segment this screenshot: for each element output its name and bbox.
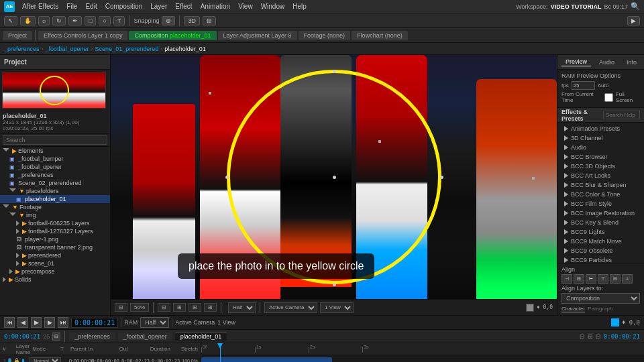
layer-vis-1[interactable] bbox=[8, 358, 11, 363]
tab-flowchart[interactable]: Flowchart (none) bbox=[352, 31, 408, 40]
character-tab[interactable]: Character bbox=[561, 306, 585, 312]
project-search-input[interactable] bbox=[3, 135, 107, 145]
effect-bcc-image-restoration[interactable]: BCC Image Restoration bbox=[557, 208, 644, 218]
quality-select[interactable]: Half bbox=[228, 302, 256, 313]
fit-btn[interactable]: ⊟ bbox=[115, 303, 127, 312]
view-select[interactable]: 1 View bbox=[320, 302, 354, 313]
align-top-btn[interactable]: ⊤ bbox=[598, 274, 608, 284]
layer-mode-select-1[interactable]: Normal bbox=[30, 357, 61, 362]
tab-info[interactable]: Info bbox=[623, 58, 641, 66]
menu-window[interactable]: Window bbox=[258, 3, 288, 10]
handle-r[interactable] bbox=[532, 177, 535, 180]
current-time-display[interactable]: 0:00:00:21 bbox=[71, 318, 118, 328]
pen-tool[interactable]: ✒ bbox=[68, 16, 82, 25]
rotate-tool[interactable]: ↻ bbox=[52, 16, 66, 25]
timeline-time-display[interactable]: 0:00:00:21 bbox=[4, 333, 40, 340]
color-indicator-cyan[interactable] bbox=[611, 318, 619, 326]
tab-effects-controls[interactable]: Effects Controls Layer 1 copy bbox=[38, 31, 127, 40]
fps-input[interactable] bbox=[572, 81, 595, 90]
tree-item-footage[interactable]: ▼ Footage bbox=[0, 203, 110, 211]
full-screen-checkbox[interactable] bbox=[604, 93, 613, 102]
tree-item-football1276327[interactable]: ▶ football-1276327 Layers bbox=[0, 227, 110, 235]
hand-tool[interactable]: ✋ bbox=[20, 16, 36, 25]
menu-aftereffects[interactable]: After Effects bbox=[19, 3, 62, 10]
3d-toggle[interactable]: 3D bbox=[184, 16, 200, 25]
menu-view[interactable]: View bbox=[235, 3, 256, 10]
tl-icon-1[interactable]: ⊟ bbox=[580, 333, 585, 340]
render-btn[interactable]: ▶ bbox=[627, 16, 640, 25]
tree-item-placeholder01[interactable]: ▣ placeholder_01 bbox=[0, 195, 110, 203]
menu-composition[interactable]: Composition bbox=[102, 3, 146, 10]
menu-file[interactable]: File bbox=[63, 3, 80, 10]
prev-frame-btn[interactable]: ◀ bbox=[17, 317, 28, 328]
tab-audio[interactable]: Audio bbox=[595, 58, 619, 66]
magnification-display[interactable]: 50% bbox=[130, 303, 149, 312]
mask-tool[interactable]: □ bbox=[85, 16, 96, 25]
tree-item-scene01[interactable]: ▶ scene_01 bbox=[0, 259, 110, 267]
tree-item-transparent-banner[interactable]: 🖼 transparent banner 2.png bbox=[0, 243, 110, 251]
next-frame-btn[interactable]: ▶ bbox=[44, 317, 55, 328]
handle-tl[interactable] bbox=[209, 92, 211, 95]
layer-row-1[interactable]: 1 🔒 Shape Layer 1 Normal 0:00:00:00 0:00… bbox=[0, 355, 201, 362]
playhead[interactable] bbox=[220, 343, 221, 362]
align-left-btn[interactable]: ⊣ bbox=[561, 274, 572, 284]
shape-tool[interactable]: ○ bbox=[99, 16, 110, 25]
grid-btn[interactable]: ⊞ bbox=[189, 303, 201, 312]
color-picker-btn[interactable] bbox=[526, 304, 534, 312]
bread-item-3[interactable]: Scene_01_prerendered bbox=[95, 46, 159, 52]
bread-item-1[interactable]: _preferences bbox=[4, 46, 40, 52]
effect-audio[interactable]: Audio bbox=[557, 143, 644, 152]
effect-bcc9-lights[interactable]: BCC9 Lights bbox=[557, 227, 644, 237]
tree-item-img[interactable]: ▼ img bbox=[0, 211, 110, 219]
align-center-h-btn[interactable]: ⊟ bbox=[574, 274, 584, 284]
effect-bcc-color[interactable]: BCC Color & Tone bbox=[557, 190, 644, 199]
align-bottom-btn[interactable]: ⊥ bbox=[622, 274, 633, 284]
effect-animation-presets[interactable]: Animation Presets bbox=[557, 124, 644, 133]
goto-start-btn[interactable]: ⏮ bbox=[4, 317, 15, 328]
align-right-btn[interactable]: ⊢ bbox=[586, 274, 596, 284]
tree-item-precompose[interactable]: ▶ precompose bbox=[0, 267, 110, 276]
effect-bcc9-match-move[interactable]: BCC9 Match Move bbox=[557, 237, 644, 246]
effect-bcc-art-looks[interactable]: BCC Art Looks bbox=[557, 171, 644, 180]
tab-preview[interactable]: Preview bbox=[561, 58, 591, 66]
effect-bcc-browser[interactable]: BCC Browser bbox=[557, 152, 644, 162]
selection-tool[interactable]: ↖ bbox=[4, 16, 17, 25]
goto-end-btn[interactable]: ⏭ bbox=[58, 317, 68, 328]
guides-btn[interactable]: ⊞ bbox=[204, 303, 217, 312]
preview-quality-select[interactable]: Half bbox=[140, 317, 169, 328]
tl-tab-prefs[interactable]: _preferences bbox=[69, 333, 115, 341]
tl-icon-2[interactable]: ⊞ bbox=[588, 333, 593, 340]
effect-bcc9-particles[interactable]: BCC9 Particles bbox=[557, 255, 644, 263]
camera-select[interactable]: Active Camera bbox=[264, 302, 317, 313]
menu-help[interactable]: Help bbox=[289, 3, 310, 10]
tl-tab-placeholder01[interactable]: placeholder_01 bbox=[175, 332, 227, 341]
search-icon[interactable]: 🔍 bbox=[631, 2, 640, 11]
tl-current-time-label[interactable]: 0:00:00:21 bbox=[604, 333, 640, 340]
align-center-v-btn[interactable]: ⊟ bbox=[610, 274, 621, 284]
align-to-select[interactable]: Composition bbox=[561, 293, 640, 304]
tree-item-footbal-opener[interactable]: ▣ _footbal_opener bbox=[0, 163, 110, 171]
handle-br[interactable] bbox=[378, 140, 381, 143]
tree-item-solids[interactable]: ▶ Solids bbox=[0, 276, 110, 284]
zoom-tool[interactable]: ⌕ bbox=[38, 16, 50, 25]
layer-lock-1[interactable]: 🔒 bbox=[13, 358, 20, 362]
timeline-tools[interactable]: ⊟ bbox=[52, 333, 60, 341]
tab-layer-adj[interactable]: Layer Adjustment Layer 8 bbox=[218, 31, 297, 40]
tree-item-prerendered[interactable]: ▶ prerendered bbox=[0, 251, 110, 259]
tl-icon-3[interactable]: ⊟ bbox=[596, 333, 601, 340]
timeline-tracks[interactable]: 0f 1s 2s 3s bbox=[201, 343, 644, 362]
menu-animation[interactable]: Animation bbox=[197, 3, 233, 10]
tab-footage[interactable]: Footage (none) bbox=[299, 31, 351, 40]
effect-3d-channel[interactable]: 3D Channel bbox=[557, 133, 644, 143]
menu-edit[interactable]: Edit bbox=[82, 3, 100, 10]
tab-project[interactable]: Project bbox=[3, 31, 32, 40]
bread-item-2[interactable]: _footbal_opener bbox=[46, 46, 89, 52]
menu-effect[interactable]: Effect bbox=[172, 3, 195, 10]
effect-bcc-3d-objects[interactable]: BCC 3D Objects bbox=[557, 162, 644, 171]
tree-item-scene02[interactable]: ▣ Scene_02_prerendered bbox=[0, 179, 110, 187]
view-toggle[interactable]: ⊞ bbox=[203, 16, 216, 25]
tree-item-placefolders[interactable]: ▼ placefolders bbox=[0, 187, 110, 195]
play-btn[interactable]: ▶ bbox=[31, 317, 42, 328]
effect-bcc9-obsolete[interactable]: BCC9 Obsolete bbox=[557, 246, 644, 255]
tree-item-preferences[interactable]: ▣ _preferences bbox=[0, 171, 110, 179]
